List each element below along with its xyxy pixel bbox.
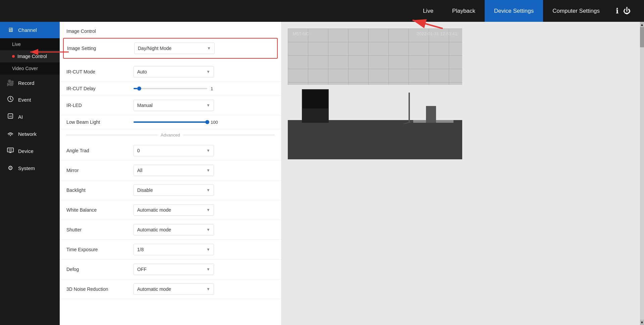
sidebar-label-channel: Channel: [18, 27, 37, 33]
shutter-value: Automatic mode: [137, 227, 171, 232]
chair: [426, 106, 436, 123]
sidebar-item-network[interactable]: Network: [0, 125, 60, 143]
low-beam-light-row: Low Beam Light 100: [60, 115, 281, 129]
ceiling: [288, 29, 462, 88]
defog-control: OFF ▼: [133, 264, 274, 275]
noise-reduction-value: Automatic mode: [137, 286, 171, 292]
monitor-icon: 🖥: [7, 26, 14, 34]
scrollbar-down[interactable]: ▼: [640, 320, 644, 325]
slider-thumb[interactable]: [205, 120, 209, 124]
ir-cut-delay-slider[interactable]: 1: [133, 86, 221, 91]
nav-live[interactable]: Live: [414, 0, 443, 22]
noise-reduction-dropdown[interactable]: Automatic mode ▼: [133, 283, 214, 295]
ir-led-value: Manual: [137, 103, 153, 108]
image-setting-control: Day/Night Mode ▼: [134, 43, 274, 54]
time-exposure-value: 1/8: [137, 247, 144, 252]
image-setting-row: Image Setting Day/Night Mode ▼: [63, 38, 278, 59]
nav-playback[interactable]: Playback: [443, 0, 485, 22]
info-icon[interactable]: ℹ: [616, 7, 619, 15]
low-beam-light-control: 100: [133, 120, 274, 125]
defog-label: Defog: [66, 267, 133, 272]
mirror-dropdown[interactable]: All ▼: [133, 165, 214, 176]
advanced-divider: Advanced: [60, 129, 281, 141]
tv-screen: [303, 90, 328, 108]
mirror-row: Mirror All ▼: [60, 161, 281, 180]
dropdown-arrow-icon: ▼: [206, 227, 210, 232]
angle-trad-value: 0: [137, 148, 140, 153]
backlight-control: Disable ▼: [133, 184, 274, 196]
divider-line-right: [183, 135, 274, 135]
power-icon[interactable]: ⏻: [623, 7, 631, 15]
ir-cut-mode-label: IR-CUT Mode: [66, 69, 133, 74]
white-balance-dropdown[interactable]: Automatic mode ▼: [133, 204, 214, 216]
dropdown-arrow-icon: ▼: [206, 168, 210, 173]
svg-rect-7: [9, 149, 12, 151]
camera-device-id: M5T-NC: [293, 31, 309, 36]
dropdown-arrow-icon: ▼: [207, 46, 211, 51]
sidebar-sub-video-cover[interactable]: Video Cover: [0, 62, 60, 74]
ir-led-dropdown[interactable]: Manual ▼: [133, 100, 214, 111]
nav-computer-settings[interactable]: Computer Settings: [543, 0, 609, 22]
white-balance-control: Automatic mode ▼: [133, 204, 274, 216]
image-setting-dropdown[interactable]: Day/Night Mode ▼: [134, 43, 215, 54]
content-area: Image Control Image Setting Day/Night Mo…: [60, 22, 644, 325]
ir-cut-mode-dropdown[interactable]: Auto ▼: [133, 66, 214, 77]
sidebar-item-system[interactable]: ⚙ System: [0, 160, 60, 176]
preview-area: M5T-NC 2022-01-31 12:53:41: [281, 22, 644, 325]
nav-device-settings[interactable]: Device Settings: [485, 0, 543, 22]
backlight-dropdown[interactable]: Disable ▼: [133, 184, 214, 196]
record-icon: 🎥: [7, 79, 14, 87]
svg-text:AI: AI: [9, 115, 12, 118]
ir-cut-delay-label: IR-CUT Delay: [66, 86, 133, 91]
dropdown-arrow-icon: ▼: [206, 208, 210, 212]
ai-icon: AI: [7, 113, 14, 121]
dropdown-arrow-icon: ▼: [206, 103, 210, 108]
angle-trad-control: 0 ▼: [133, 145, 274, 156]
low-beam-light-slider[interactable]: 100: [133, 120, 221, 125]
sidebar-item-record[interactable]: 🎥 Record: [0, 74, 60, 91]
angle-trad-dropdown[interactable]: 0 ▼: [133, 145, 214, 156]
tv-stand: [302, 89, 329, 123]
ir-cut-delay-control: 1: [133, 86, 274, 91]
noise-reduction-row: 3D Noise Reduction Automatic mode ▼: [60, 279, 281, 299]
backlight-label: Backlight: [66, 187, 133, 193]
sidebar-label-device: Device: [18, 148, 34, 154]
tripod: [409, 93, 410, 123]
sidebar-label-record: Record: [18, 80, 34, 86]
shutter-dropdown[interactable]: Automatic mode ▼: [133, 224, 214, 235]
slider-track: [133, 88, 207, 89]
ir-led-label: IR-LED: [66, 103, 133, 108]
backlight-value: Disable: [137, 187, 153, 193]
slider-thumb[interactable]: [137, 87, 141, 91]
sidebar-label-network: Network: [18, 131, 37, 137]
shutter-control: Automatic mode ▼: [133, 224, 274, 235]
floor: [288, 120, 462, 159]
advanced-label: Advanced: [161, 132, 180, 138]
slider-fill: [133, 121, 207, 123]
time-exposure-dropdown[interactable]: 1/8 ▼: [133, 244, 214, 255]
sidebar-item-event[interactable]: Event: [0, 91, 60, 108]
scrollbar-up[interactable]: ▲: [640, 22, 644, 27]
sidebar-sub-image-control[interactable]: Image Control: [0, 50, 60, 62]
slider-track: [133, 121, 207, 123]
sidebar-item-channel[interactable]: 🖥 Channel: [0, 22, 60, 38]
scrollbar[interactable]: ▲ ▼: [640, 22, 644, 325]
dropdown-arrow-icon: ▼: [206, 267, 210, 272]
low-beam-light-value: 100: [211, 120, 221, 125]
scrollbar-thumb[interactable]: [640, 27, 644, 47]
noise-reduction-control: Automatic mode ▼: [133, 283, 274, 295]
ir-cut-mode-value: Auto: [137, 69, 147, 74]
sidebar-sub-live[interactable]: Live: [0, 38, 60, 50]
time-exposure-control: 1/8 ▼: [133, 244, 274, 255]
sidebar: 🖥 Channel Live Image Control Video Cover…: [0, 22, 60, 325]
defog-row: Defog OFF ▼: [60, 260, 281, 279]
section-title: Image Control: [60, 29, 281, 38]
defog-dropdown[interactable]: OFF ▼: [133, 264, 214, 275]
sidebar-item-ai[interactable]: AI AI: [0, 108, 60, 125]
white-balance-value: Automatic mode: [137, 207, 171, 213]
camera-overlay: M5T-NC 2022-01-31 12:53:41: [288, 31, 462, 36]
sidebar-item-device[interactable]: Device: [0, 143, 60, 160]
mirror-value: All: [137, 168, 143, 173]
sidebar-channel-submenu: Live Image Control Video Cover: [0, 38, 60, 74]
backlight-row: Backlight Disable ▼: [60, 180, 281, 200]
